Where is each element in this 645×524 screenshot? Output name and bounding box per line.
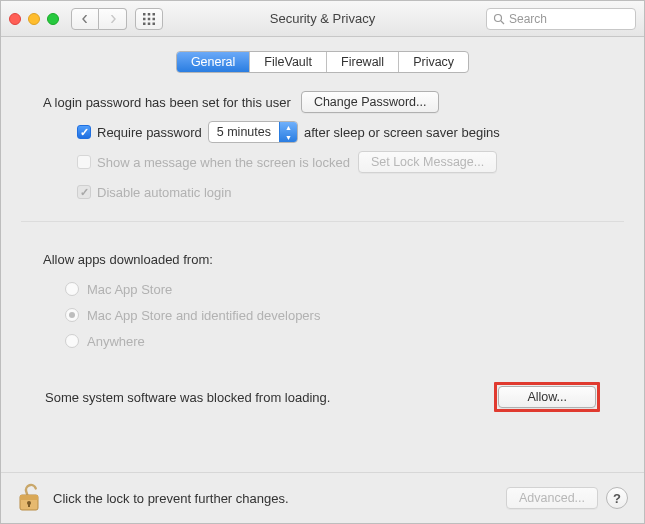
tab-general[interactable]: General: [177, 52, 250, 72]
gatekeeper-section: Allow apps downloaded from: Mac App Stor…: [21, 222, 624, 420]
svg-rect-2: [153, 13, 156, 16]
after-sleep-text: after sleep or screen saver begins: [304, 125, 500, 140]
tab-firewall[interactable]: Firewall: [327, 52, 399, 72]
show-message-checkbox[interactable]: [77, 155, 91, 169]
blocked-software-row: Some system software was blocked from lo…: [43, 382, 602, 412]
advanced-button[interactable]: Advanced...: [506, 487, 598, 509]
back-button[interactable]: [71, 8, 99, 30]
nav-back-forward: [71, 8, 127, 30]
allow-button-highlight: Allow...: [494, 382, 600, 412]
tab-filevault[interactable]: FileVault: [250, 52, 327, 72]
disable-auto-login-checkbox[interactable]: [77, 185, 91, 199]
gatekeeper-radio-group: Mac App Store Mac App Store and identifi…: [65, 278, 602, 352]
show-message-label: Show a message when the screen is locked: [97, 155, 350, 170]
content-area: General FileVault Firewall Privacy A log…: [1, 37, 644, 472]
svg-rect-1: [148, 13, 151, 16]
radio-mac-app-store: [65, 282, 79, 296]
svg-rect-0: [143, 13, 146, 16]
login-section: A login password has been set for this u…: [21, 87, 624, 222]
svg-rect-4: [148, 17, 151, 20]
login-password-set-text: A login password has been set for this u…: [43, 95, 291, 110]
tab-privacy[interactable]: Privacy: [399, 52, 468, 72]
set-lock-message-button: Set Lock Message...: [358, 151, 497, 173]
change-password-button[interactable]: Change Password...: [301, 91, 440, 113]
tab-bar: General FileVault Firewall Privacy: [176, 51, 469, 73]
svg-rect-6: [143, 22, 146, 25]
lock-open-icon[interactable]: [17, 483, 43, 513]
svg-rect-8: [153, 22, 156, 25]
require-password-delay-value: 5 minutes: [209, 125, 279, 139]
disable-auto-login-label: Disable automatic login: [97, 185, 231, 200]
gatekeeper-heading: Allow apps downloaded from:: [43, 252, 213, 267]
footer: Click the lock to prevent further change…: [1, 472, 644, 523]
forward-button[interactable]: [99, 8, 127, 30]
svg-rect-14: [28, 503, 30, 507]
prefs-window: Security & Privacy Search General FileVa…: [0, 0, 645, 524]
search-icon: [493, 13, 505, 25]
help-button[interactable]: ?: [606, 487, 628, 509]
svg-point-9: [495, 14, 502, 21]
radio-identified-developers: [65, 308, 79, 322]
allow-button[interactable]: Allow...: [498, 386, 596, 408]
window-controls: [9, 13, 59, 25]
require-password-delay-select[interactable]: 5 minutes ▲▼: [208, 121, 298, 143]
radio-identified-developers-label: Mac App Store and identified developers: [87, 308, 320, 323]
select-stepper-icon: ▲▼: [279, 122, 297, 142]
svg-line-10: [501, 21, 504, 24]
svg-rect-7: [148, 22, 151, 25]
blocked-software-text: Some system software was blocked from lo…: [45, 390, 330, 405]
titlebar: Security & Privacy Search: [1, 1, 644, 37]
svg-rect-3: [143, 17, 146, 20]
require-password-label: Require password: [97, 125, 202, 140]
show-all-button[interactable]: [135, 8, 163, 30]
svg-rect-12: [20, 495, 38, 500]
lock-text: Click the lock to prevent further change…: [53, 491, 289, 506]
svg-rect-5: [153, 17, 156, 20]
radio-anywhere: [65, 334, 79, 348]
zoom-window-button[interactable]: [47, 13, 59, 25]
search-field[interactable]: Search: [486, 8, 636, 30]
grid-icon: [143, 13, 155, 25]
minimize-window-button[interactable]: [28, 13, 40, 25]
close-window-button[interactable]: [9, 13, 21, 25]
search-placeholder: Search: [509, 12, 547, 26]
radio-mac-app-store-label: Mac App Store: [87, 282, 172, 297]
require-password-checkbox[interactable]: [77, 125, 91, 139]
radio-anywhere-label: Anywhere: [87, 334, 145, 349]
